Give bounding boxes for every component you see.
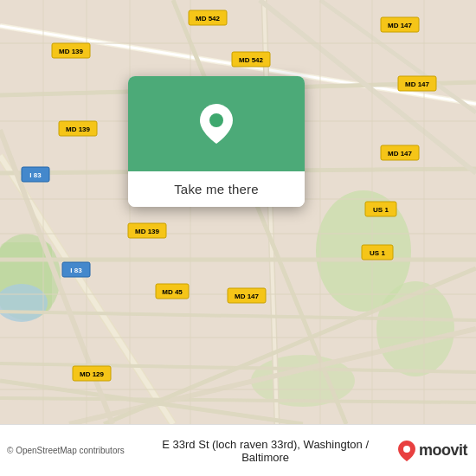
svg-text:MD 147: MD 147 — [388, 22, 413, 29]
svg-text:US 1: US 1 — [373, 206, 389, 214]
svg-point-71 — [403, 446, 410, 453]
svg-text:MD 147: MD 147 — [235, 293, 260, 300]
svg-text:MD 45: MD 45 — [162, 288, 183, 296]
location-label: E 33rd St (loch raven 33rd), Washington … — [139, 438, 391, 464]
svg-text:MD 139: MD 139 — [59, 48, 84, 55]
svg-text:MD 147: MD 147 — [388, 150, 413, 158]
svg-text:MD 542: MD 542 — [196, 15, 221, 23]
moovit-logo: moovit — [398, 441, 467, 461]
attribution-text: © OpenStreetMap contributors — [7, 446, 132, 455]
map-container: MD 542 MD 139 MD 542 MD 147 MD 147 MD 14… — [0, 0, 476, 424]
svg-text:I 83: I 83 — [29, 171, 42, 179]
map-svg: MD 542 MD 139 MD 542 MD 147 MD 147 MD 14… — [0, 0, 476, 424]
svg-text:MD 139: MD 139 — [66, 125, 91, 133]
popup-card: Take me there — [128, 76, 305, 207]
svg-text:MD 139: MD 139 — [135, 228, 160, 235]
moovit-text: moovit — [419, 441, 467, 460]
svg-text:MD 147: MD 147 — [405, 80, 430, 88]
bottom-bar: © OpenStreetMap contributors E 33rd St (… — [0, 424, 476, 476]
svg-text:MD 129: MD 129 — [80, 370, 105, 378]
location-pin-icon — [200, 104, 233, 144]
svg-point-70 — [209, 113, 223, 127]
take-me-there-button[interactable]: Take me there — [128, 171, 305, 207]
svg-text:US 1: US 1 — [370, 249, 385, 257]
svg-text:MD 542: MD 542 — [239, 56, 264, 64]
popup-map-preview — [128, 76, 305, 171]
moovit-pin-icon — [398, 441, 415, 461]
svg-text:I 83: I 83 — [70, 267, 82, 274]
